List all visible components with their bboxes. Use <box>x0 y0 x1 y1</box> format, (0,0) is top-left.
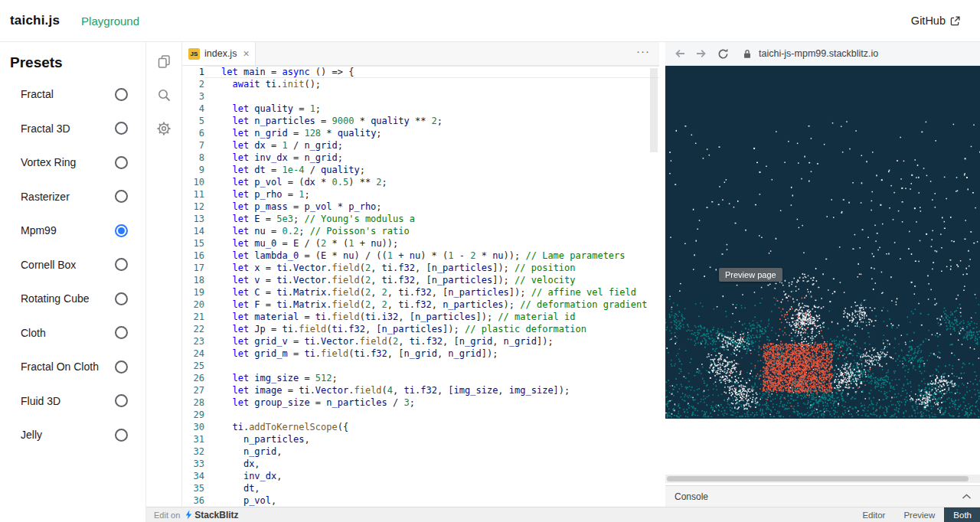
preset-radio[interactable] <box>115 156 128 169</box>
code-line: 4 let quality = 1; <box>182 103 659 115</box>
code-line: 11 let p_rho = 1; <box>182 188 659 201</box>
view-editor-button[interactable]: Editor <box>853 507 894 522</box>
preset-item-fractal-3d[interactable]: Fractal 3D <box>10 112 136 146</box>
line-number: 19 <box>182 286 204 299</box>
code-line-text: let quality = 1; <box>204 103 659 115</box>
preset-label: Fractal <box>21 88 54 100</box>
preset-label: Fluid 3D <box>21 395 60 407</box>
code-line: 13 let E = 5e3; // Young's modulus a <box>182 213 659 225</box>
settings-gear-icon[interactable] <box>155 120 172 137</box>
code-line: 25 <box>182 360 659 372</box>
preset-item-cornell-box[interactable]: Cornell Box <box>10 248 136 282</box>
tab-label: index.js <box>204 48 237 59</box>
preset-radio[interactable] <box>115 258 128 271</box>
view-both-button[interactable]: Both <box>944 507 980 522</box>
editor-more-actions-icon[interactable]: ··· <box>636 44 650 57</box>
preset-label: Cloth <box>21 327 46 339</box>
code-line: 34 inv_dx, <box>182 470 659 482</box>
preset-item-fractal-on-cloth[interactable]: Fractal On Cloth <box>10 350 136 384</box>
code-line-text: let dt = 1e-4 / quality; <box>204 164 659 176</box>
line-number: 21 <box>182 311 204 323</box>
preset-radio[interactable] <box>115 190 128 203</box>
preset-item-jelly[interactable]: Jelly <box>10 418 136 452</box>
line-number: 24 <box>182 347 204 360</box>
line-number: 31 <box>182 433 204 445</box>
lock-icon <box>743 49 751 59</box>
brand-logo[interactable]: taichi.js <box>10 13 60 28</box>
code-line: 29 <box>182 409 659 421</box>
code-line-text: await ti.init(); <box>204 78 659 90</box>
line-number: 9 <box>182 164 204 176</box>
line-number: 2 <box>182 78 204 90</box>
tab-index-js[interactable]: JS index.js × <box>182 42 256 65</box>
code-line-text: let material = ti.field(ti.i32, [n_parti… <box>204 311 659 323</box>
code-line: 6 let n_grid = 128 * quality; <box>182 127 659 139</box>
code-line: 35 dt, <box>182 482 659 494</box>
line-number: 27 <box>182 384 204 396</box>
line-number: 25 <box>182 360 204 372</box>
preset-label: Vortex Ring <box>21 156 76 168</box>
code-line-text: dx, <box>204 458 659 470</box>
header: taichi.js Playground GitHub <box>0 0 980 42</box>
line-number: 7 <box>182 139 204 152</box>
code-line: 14 let nu = 0.2; // Poisson's ratio <box>182 225 659 237</box>
editor-scrollbar[interactable] <box>650 68 658 152</box>
horizontal-scrollbar[interactable] <box>665 475 980 483</box>
preset-radio[interactable] <box>115 394 128 407</box>
code-line: 9 let dt = 1e-4 / quality; <box>182 164 659 176</box>
preset-label: Fractal 3D <box>21 122 70 135</box>
code-line-text <box>204 360 659 372</box>
refresh-button[interactable] <box>716 47 730 60</box>
preset-radio[interactable] <box>115 122 128 135</box>
tab-close-icon[interactable]: × <box>243 48 249 59</box>
line-number: 6 <box>182 127 204 139</box>
preset-item-rotating-cube[interactable]: Rotating Cube <box>10 282 136 316</box>
preview-pane: taichi-js-mpm99.stackblitz.io Preview pa… <box>665 42 980 507</box>
preset-radio[interactable] <box>115 88 128 101</box>
preset-radio[interactable] <box>115 326 128 339</box>
view-preview-button[interactable]: Preview <box>894 507 944 522</box>
preset-radio[interactable] <box>115 429 128 442</box>
view-toggle-group: Editor Preview Both <box>853 507 980 522</box>
preset-item-fractal[interactable]: Fractal <box>10 77 136 112</box>
forward-button[interactable] <box>694 47 708 60</box>
code-line-text: let dx = 1 / n_grid; <box>204 139 659 152</box>
line-number: 28 <box>182 396 204 409</box>
code-line-text: ti.addToKernelScope({ <box>204 421 659 433</box>
preset-radio[interactable] <box>115 224 128 237</box>
preset-radio[interactable] <box>115 361 128 374</box>
code-line: 16 let lambda_0 = (E * nu) / ((1 + nu) *… <box>182 250 659 262</box>
preview-page-button[interactable]: Preview page <box>719 268 782 282</box>
scrollbar-thumb[interactable] <box>667 476 969 481</box>
stackblitz-link[interactable]: StackBlitz <box>194 510 238 520</box>
line-number: 34 <box>182 470 204 482</box>
embed-footer: Edit on StackBlitz Editor Preview Both <box>146 507 980 522</box>
code-line: 18 let v = ti.Vector.field(2, ti.f32, [n… <box>182 274 659 286</box>
code-line: 15 let mu_0 = E / (2 * (1 + nu)); <box>182 237 659 250</box>
preset-item-cloth[interactable]: Cloth <box>10 316 136 351</box>
back-button[interactable] <box>673 47 687 60</box>
line-number: 33 <box>182 458 204 470</box>
preset-item-rasterizer[interactable]: Rasterizer <box>10 180 136 214</box>
search-icon[interactable] <box>155 86 172 103</box>
line-number: 16 <box>182 250 204 262</box>
github-link[interactable]: GitHub <box>911 15 960 27</box>
files-icon[interactable] <box>155 53 172 70</box>
preset-radio[interactable] <box>115 292 128 305</box>
line-number: 32 <box>182 445 204 458</box>
code-editor[interactable]: 1let main = async () => {2 await ti.init… <box>182 66 659 507</box>
code-line: 22 let Jp = ti.field(ti.f32, [n_particle… <box>182 323 659 335</box>
code-line-text: let mu_0 = E / (2 * (1 + nu)); <box>204 237 659 250</box>
preset-item-fluid-3d[interactable]: Fluid 3D <box>10 384 136 419</box>
chevron-up-icon[interactable] <box>962 494 972 500</box>
line-number: 35 <box>182 482 204 494</box>
code-line-text: let F = ti.Matrix.field(2, 2, ti.f32, n_… <box>204 299 659 311</box>
preset-item-vortex-ring[interactable]: Vortex Ring <box>10 145 136 180</box>
presets-list: FractalFractal 3DVortex RingRasterizerMp… <box>10 77 136 452</box>
console-bar[interactable]: Console <box>665 485 980 507</box>
nav-playground[interactable]: Playground <box>81 15 139 28</box>
code-line: 12 let p_mass = p_vol * p_rho; <box>182 201 659 213</box>
preset-label: Mpm99 <box>21 224 57 237</box>
github-label: GitHub <box>911 15 946 27</box>
preset-item-mpm99[interactable]: Mpm99 <box>10 214 136 248</box>
